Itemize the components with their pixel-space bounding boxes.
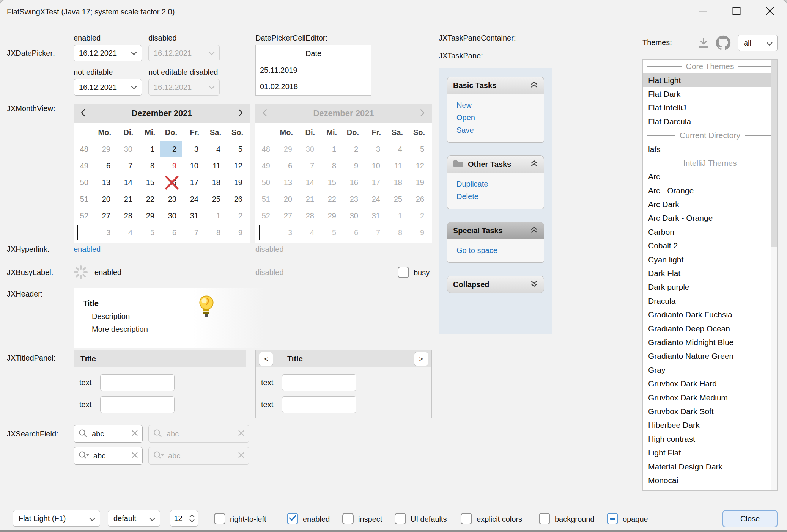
theme-item-arc-dark[interactable]: Arc Dark bbox=[643, 198, 777, 211]
clear-icon[interactable] bbox=[131, 430, 138, 438]
day-cell[interactable]: 5 bbox=[226, 141, 248, 157]
theme-item-monocai[interactable]: Monocai bbox=[643, 474, 777, 487]
text-field[interactable] bbox=[100, 374, 175, 391]
theme-item-light-flat[interactable]: Light Flat bbox=[643, 446, 777, 460]
day-cell[interactable]: 30 bbox=[116, 141, 138, 157]
day-cell[interactable]: 9 bbox=[160, 157, 182, 174]
busy-checkbox[interactable] bbox=[398, 267, 409, 278]
datepicker-enabled[interactable]: 16.12.2021 bbox=[74, 45, 142, 61]
collapse-icon[interactable] bbox=[530, 160, 538, 168]
day-cell[interactable]: 17 bbox=[182, 174, 204, 191]
theme-item-cobalt-2[interactable]: Cobalt 2 bbox=[643, 239, 777, 253]
collapse-icon[interactable] bbox=[530, 226, 538, 235]
day-cell[interactable]: 23 bbox=[160, 191, 182, 207]
theme-item-flat-darcula[interactable]: Flat Darcula bbox=[643, 115, 777, 129]
prev-month-button[interactable] bbox=[81, 109, 85, 118]
day-cell[interactable]: 7 bbox=[182, 224, 204, 241]
day-cell[interactable]: 16 bbox=[160, 174, 182, 191]
theme-item-flat-dark[interactable]: Flat Dark bbox=[643, 87, 777, 101]
day-cell[interactable]: 4 bbox=[204, 141, 226, 157]
day-cell[interactable]: 24 bbox=[182, 191, 204, 207]
checkbox-enabled[interactable] bbox=[287, 513, 298, 524]
day-cell[interactable]: 22 bbox=[138, 191, 160, 207]
theme-item-gradianto-deep-ocean[interactable]: Gradianto Deep Ocean bbox=[643, 322, 777, 335]
table-row[interactable]: 25.11.2019 bbox=[256, 62, 371, 78]
day-cell[interactable]: 5 bbox=[138, 224, 160, 241]
theme-item-gruvbox-dark-medium[interactable]: Gruvbox Dark Medium bbox=[643, 391, 777, 404]
close-button[interactable] bbox=[753, 0, 787, 23]
spinner-arrows-icon[interactable] bbox=[186, 510, 198, 526]
theme-item-gray[interactable]: Gray bbox=[643, 363, 777, 377]
checkbox-opaque[interactable] bbox=[607, 513, 618, 524]
day-cell[interactable]: 7 bbox=[116, 157, 138, 174]
datepicker-dropdown-button[interactable] bbox=[126, 79, 142, 95]
theme-item-gradianto-dark-fuchsia[interactable]: Gradianto Dark Fuchsia bbox=[643, 308, 777, 322]
day-cell[interactable]: 10 bbox=[182, 157, 204, 174]
search-input[interactable] bbox=[93, 451, 128, 461]
day-cell[interactable]: 9 bbox=[226, 224, 248, 241]
taskpane-header-other-tasks[interactable]: Other Tasks bbox=[447, 155, 544, 173]
day-cell[interactable]: 25 bbox=[204, 191, 226, 207]
checkbox-inspect[interactable] bbox=[342, 513, 354, 524]
theme-item-gruvbox-dark-soft[interactable]: Gruvbox Dark Soft bbox=[643, 405, 777, 418]
theme-item-arc-dark-orange[interactable]: Arc Dark - Orange bbox=[643, 211, 777, 225]
close-dialog-button[interactable]: Close bbox=[722, 510, 778, 527]
day-cell[interactable]: 27 bbox=[94, 207, 116, 224]
checkbox-background[interactable] bbox=[539, 513, 550, 524]
theme-item-dracula[interactable]: Dracula bbox=[643, 294, 777, 308]
next-button[interactable]: > bbox=[414, 352, 428, 366]
datepicker-value[interactable]: 16.12.2021 bbox=[74, 49, 126, 58]
day-cell[interactable]: 15 bbox=[138, 174, 160, 191]
day-cell[interactable]: 20 bbox=[94, 191, 116, 207]
text-field[interactable] bbox=[100, 396, 175, 413]
day-cell[interactable]: 6 bbox=[160, 224, 182, 241]
day-cell[interactable]: 18 bbox=[204, 174, 226, 191]
day-cell[interactable]: 31 bbox=[182, 207, 204, 224]
theme-item-flat-light[interactable]: Flat Light bbox=[643, 73, 777, 87]
theme-item-high-contrast[interactable]: High contrast bbox=[643, 432, 777, 446]
day-cell[interactable]: 28 bbox=[116, 207, 138, 224]
next-month-button[interactable] bbox=[238, 109, 243, 118]
table-row[interactable]: 01.02.2018 bbox=[256, 78, 371, 95]
font-size-spinner[interactable]: 12 bbox=[170, 510, 198, 527]
themes-filter-combo[interactable]: all bbox=[738, 35, 778, 51]
day-cell[interactable]: 12 bbox=[226, 157, 248, 174]
theme-item-gruvbox-dark-hard[interactable]: Gruvbox Dark Hard bbox=[643, 377, 777, 391]
day-cell[interactable]: 8 bbox=[204, 224, 226, 241]
search-dropdown-icon[interactable] bbox=[78, 450, 89, 461]
download-icon[interactable] bbox=[697, 37, 710, 50]
day-cell[interactable]: 26 bbox=[226, 191, 248, 207]
themes-list[interactable]: Core ThemesFlat LightFlat DarkFlat Intel… bbox=[642, 59, 778, 491]
theme-item-carbon[interactable]: Carbon bbox=[643, 225, 777, 239]
checkbox-right-to-left[interactable] bbox=[214, 513, 225, 524]
day-cell[interactable]: 29 bbox=[94, 141, 116, 157]
theme-item-gradianto-nature-green[interactable]: Gradianto Nature Green bbox=[643, 349, 777, 363]
checkbox-explicit-colors[interactable] bbox=[461, 513, 472, 524]
task-link-duplicate[interactable]: Duplicate bbox=[447, 178, 544, 190]
text-field[interactable] bbox=[282, 374, 356, 391]
day-cell[interactable]: 6 bbox=[94, 157, 116, 174]
taskpane-header-special-tasks[interactable]: Special Tasks bbox=[447, 222, 544, 239]
monthview-enabled[interactable]: Dezember 2021Mo.Di.Mi.Do.Fr.Sa.So.482930… bbox=[74, 104, 250, 243]
checkbox-ui-defaults[interactable] bbox=[395, 513, 406, 524]
theme-item-arc-orange[interactable]: Arc - Orange bbox=[643, 184, 777, 198]
style-combo[interactable]: default bbox=[108, 510, 160, 527]
clear-icon[interactable] bbox=[131, 452, 138, 460]
theme-item-dark-purple[interactable]: Dark purple bbox=[643, 280, 777, 294]
themes-scrollbar-thumb[interactable] bbox=[771, 60, 777, 247]
datepicker-not-editable[interactable]: 16.12.2021 bbox=[74, 79, 142, 96]
minimize-button[interactable] bbox=[686, 0, 720, 23]
theme-item-dark-flat[interactable]: Dark Flat bbox=[643, 267, 777, 280]
day-cell[interactable]: 30 bbox=[160, 207, 182, 224]
day-cell[interactable]: 4 bbox=[116, 224, 138, 241]
day-cell[interactable]: 13 bbox=[94, 174, 116, 191]
day-cell[interactable]: 19 bbox=[226, 174, 248, 191]
task-link-delete[interactable]: Delete bbox=[447, 190, 544, 203]
day-cell[interactable]: 1 bbox=[138, 141, 160, 157]
day-cell[interactable]: 2 bbox=[160, 141, 182, 157]
prev-button[interactable]: < bbox=[259, 352, 273, 366]
taskpane-header-collapsed[interactable]: Collapsed bbox=[447, 276, 544, 293]
day-cell[interactable]: 8 bbox=[138, 157, 160, 174]
task-link-open[interactable]: Open bbox=[447, 111, 544, 124]
day-cell[interactable]: 21 bbox=[116, 191, 138, 207]
